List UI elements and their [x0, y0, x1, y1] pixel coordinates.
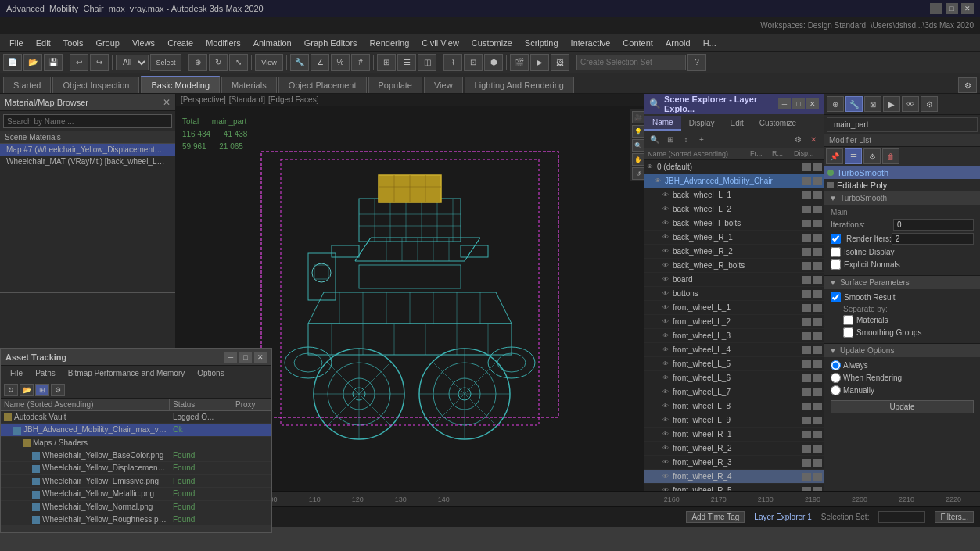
render-frame-button[interactable]: 🖼 [551, 54, 569, 71]
material-search-input[interactable] [3, 114, 172, 128]
se-eye-21[interactable]: 👁 [660, 457, 671, 468]
new-button[interactable]: 📄 [3, 54, 22, 71]
vp-tb-camera[interactable]: 🎥 [632, 111, 644, 123]
se-row-13[interactable]: 👁front_wheel_L_4 [644, 343, 824, 357]
asset-menu-paths[interactable]: Paths [29, 368, 62, 378]
se-eye-17[interactable]: 👁 [660, 401, 671, 412]
filters-btn[interactable]: Filters... [935, 511, 974, 523]
mod-tb-hierarchy[interactable]: ⊠ [864, 96, 881, 112]
snap-toggle[interactable]: 🔧 [290, 54, 309, 71]
menu-group[interactable]: Group [89, 37, 126, 49]
mod-tb-motion[interactable]: ▶ [883, 96, 900, 112]
close-button[interactable]: ✕ [961, 3, 974, 14]
se-sort-btn[interactable]: ↕ [679, 134, 693, 146]
se-eye-6[interactable]: 👁 [660, 246, 671, 257]
mod-delete-btn[interactable]: 🗑 [882, 148, 899, 164]
tab-object-placement[interactable]: Object Placement [278, 77, 367, 93]
menu-rendering[interactable]: Rendering [364, 37, 416, 49]
se-row-9[interactable]: 👁buttons [644, 287, 824, 301]
se-row-22[interactable]: 👁front_wheel_R_4 [644, 470, 824, 484]
asset-row-3[interactable]: Wheelchair_Yellow_BaseColor.pngFound [1, 449, 271, 462]
se-row-0[interactable]: 👁0 (default) [644, 160, 824, 174]
se-row-18[interactable]: 👁front_wheel_L_9 [644, 413, 824, 428]
open-button[interactable]: 📂 [23, 54, 42, 71]
asset-restore-btn[interactable]: □ [239, 352, 252, 363]
se-row-3[interactable]: 👁back_wheel_L_2 [644, 202, 824, 216]
mod-tb-modify[interactable]: 🔧 [845, 96, 863, 112]
redo-button[interactable]: ↪ [90, 54, 109, 71]
se-eye-14[interactable]: 👁 [660, 359, 671, 370]
mod-section-ts-title[interactable]: ▼ TurboSmooth [824, 191, 980, 205]
tab-lighting-and-rendering[interactable]: Lighting And Rendering [465, 77, 574, 93]
se-eye-7[interactable]: 👁 [660, 260, 671, 271]
se-eye-20[interactable]: 👁 [660, 443, 671, 454]
percent-snap[interactable]: % [331, 54, 350, 71]
mod-explicit-check[interactable] [831, 259, 841, 270]
status-set-input[interactable] [878, 511, 925, 523]
select-object-button[interactable]: Select [150, 54, 181, 71]
mod-iterations-input[interactable] [893, 219, 974, 231]
se-eye-18[interactable]: 👁 [660, 415, 671, 426]
asset-row-1[interactable]: JBH_Advanced_Mobility_Chair_max_vray.max… [1, 424, 271, 436]
save-button[interactable]: 💾 [44, 54, 63, 71]
status-layer-explorer[interactable]: Layer Explorer 1 [754, 513, 811, 521]
curve-editor-button[interactable]: ⌇ [443, 54, 462, 71]
se-close[interactable]: ✕ [806, 98, 819, 109]
asset-menu-file[interactable]: File [4, 368, 29, 378]
se-row-21[interactable]: 👁front_wheel_R_3 [644, 456, 824, 470]
se-row-14[interactable]: 👁front_wheel_L_5 [644, 357, 824, 371]
asset-tb-refresh[interactable]: ↻ [4, 384, 18, 396]
se-eye-0[interactable]: 👁 [644, 162, 655, 173]
menu-civil-view[interactable]: Civil View [415, 37, 465, 49]
se-eye-1[interactable]: 👁 [652, 176, 663, 187]
menu-arnold[interactable]: Arnold [659, 37, 697, 49]
se-eye-23[interactable]: 👁 [660, 485, 671, 492]
asset-menu-bitmap[interactable]: Bitmap Performance and Memory [62, 368, 192, 378]
se-eye-4[interactable]: 👁 [660, 218, 671, 229]
menu-help[interactable]: H... [697, 37, 723, 49]
mod-materials-check[interactable] [843, 315, 853, 325]
menu-scripting[interactable]: Scripting [519, 37, 565, 49]
tab-started[interactable]: Started [3, 77, 51, 93]
se-eye-12[interactable]: 👁 [660, 331, 671, 342]
mod-item-turbosmooth[interactable]: TurboSmooth [824, 166, 980, 179]
se-close-tb-btn[interactable]: ✕ [806, 134, 820, 146]
se-expand-btn[interactable]: + [695, 134, 709, 146]
asset-row-0[interactable]: Autodesk VaultLogged O... [1, 411, 271, 424]
menu-animation[interactable]: Animation [247, 37, 298, 49]
se-row-15[interactable]: 👁front_wheel_L_6 [644, 371, 824, 385]
vp-tb-orbit[interactable]: ↺ [632, 167, 644, 180]
material-browser-close[interactable]: ✕ [163, 97, 171, 108]
create-selection-set-input[interactable] [576, 55, 686, 70]
render-setup-button[interactable]: 🎬 [510, 54, 529, 71]
angle-snap[interactable]: ∠ [311, 54, 329, 71]
undo-button[interactable]: ↩ [70, 54, 88, 71]
asset-menu-options[interactable]: Options [191, 368, 230, 378]
asset-tb-settings[interactable]: ⚙ [51, 384, 65, 396]
menu-content[interactable]: Content [616, 37, 659, 49]
se-maximize[interactable]: □ [792, 98, 805, 109]
tab-settings-button[interactable]: ⚙ [958, 77, 977, 93]
se-eye-22[interactable]: 👁 [660, 471, 671, 482]
se-eye-5[interactable]: 👁 [660, 232, 671, 243]
menu-tools[interactable]: Tools [57, 37, 90, 49]
menu-modifiers[interactable]: Modifiers [199, 37, 247, 49]
mod-tb-create[interactable]: ⊕ [827, 96, 844, 112]
se-row-12[interactable]: 👁front_wheel_L_3 [644, 329, 824, 343]
se-row-2[interactable]: 👁back_wheel_L_1 [644, 188, 824, 202]
se-filter-btn[interactable]: ⊞ [663, 134, 677, 146]
se-row-1[interactable]: 👁JBH_Advanced_Mobility_Chair [644, 174, 824, 188]
mod-configure[interactable]: ⚙ [863, 148, 881, 164]
menu-graph-editors[interactable]: Graph Editors [298, 37, 364, 49]
mod-show-all[interactable]: ☰ [845, 148, 862, 164]
spinner-snap[interactable]: # [351, 54, 370, 71]
se-settings-btn[interactable]: ⚙ [791, 134, 805, 146]
se-eye-16[interactable]: 👁 [660, 387, 671, 398]
vp-tb-zoom[interactable]: 🔍 [632, 139, 644, 152]
move-button[interactable]: ⊕ [188, 54, 207, 71]
se-row-8[interactable]: 👁board [644, 273, 824, 287]
asset-tb-browse[interactable]: 📂 [20, 384, 34, 396]
se-row-19[interactable]: 👁front_wheel_R_1 [644, 428, 824, 442]
tab-materials[interactable]: Materials [221, 77, 277, 93]
asset-row-6[interactable]: Wheelchair_Yellow_Metallic.pngFound [1, 488, 271, 500]
